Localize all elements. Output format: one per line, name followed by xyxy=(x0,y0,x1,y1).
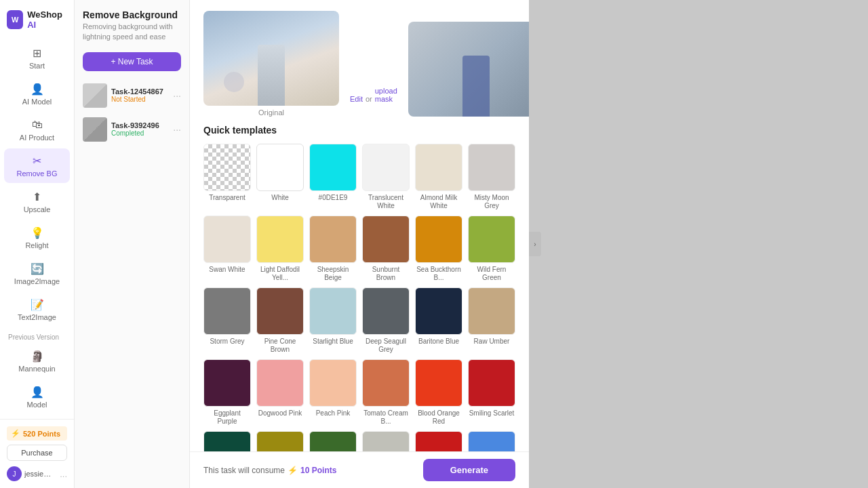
quick-templates-title: Quick templates xyxy=(203,125,515,136)
sidebar-item-label: Text2Image xyxy=(18,313,56,321)
template-item[interactable]: Wild Fern Green xyxy=(468,216,515,282)
template-item[interactable]: Light Daffodil Yell... xyxy=(256,216,304,282)
template-item[interactable]: Blue xyxy=(468,431,515,451)
task-status: Not Started xyxy=(111,96,169,103)
logo-area: W WeShop AI xyxy=(0,0,74,37)
template-item[interactable]: Swan White xyxy=(203,216,251,282)
sidebar-item-relight[interactable]: 💡 Relight xyxy=(4,220,70,255)
template-item[interactable]: ✏ Edit#0DE1E9 xyxy=(309,144,357,210)
task-item[interactable]: Task-9392496 Completed ··· xyxy=(80,113,184,146)
sidebar-item-label: Upscale xyxy=(24,205,51,214)
template-item[interactable]: Grey Color Studio xyxy=(362,431,410,451)
sidebar-item-label: AI Product xyxy=(20,134,54,142)
template-item[interactable]: Golden Palm xyxy=(256,431,304,451)
sidebar-item-label: Model xyxy=(27,401,47,409)
task-more-button[interactable]: ··· xyxy=(173,90,181,101)
sidebar-bottom: ⚡ 520 Points Purchase J jessie@we... ... xyxy=(0,419,74,488)
task-status: Completed xyxy=(111,129,169,137)
collapse-toggle[interactable]: › xyxy=(529,232,541,256)
template-item[interactable]: Storm Grey xyxy=(203,287,251,354)
template-name: Smiling Scarlet xyxy=(469,409,515,418)
template-item[interactable]: Smiling Scarlet xyxy=(468,359,515,426)
template-item[interactable]: White xyxy=(256,144,304,210)
task-item[interactable]: Task-12454867 Not Started ··· xyxy=(80,79,184,112)
template-item[interactable]: Starlight Blue xyxy=(309,287,357,354)
sidebar-item-mannequin[interactable]: 🗿 Mannequin xyxy=(4,344,70,378)
sidebar-item-remove-bg[interactable]: ✂ Remove BG xyxy=(4,148,70,183)
template-name: Sheepskin Beige xyxy=(309,266,357,282)
user-more-button[interactable]: ... xyxy=(60,469,67,479)
template-item[interactable]: Translucent White xyxy=(362,144,410,210)
original-label: Original xyxy=(258,108,284,117)
template-item[interactable]: Transparent xyxy=(203,144,251,210)
template-item[interactable]: Misty Moon Grey xyxy=(468,144,515,210)
template-swatch xyxy=(468,144,515,191)
template-item[interactable]: Sunburnt Brown xyxy=(362,216,410,282)
template-item[interactable]: Red xyxy=(415,431,462,451)
sidebar-item-model[interactable]: 👤 Model xyxy=(4,380,70,414)
template-swatch xyxy=(256,359,304,407)
purchase-button[interactable]: Purchase xyxy=(7,445,67,461)
template-swatch xyxy=(256,287,304,335)
task-name: Task-9392496 xyxy=(111,121,169,129)
template-swatch xyxy=(468,359,515,407)
template-item[interactable]: Rainforest Green xyxy=(203,431,251,451)
template-item[interactable]: Peach Pink xyxy=(309,359,357,426)
sidebar-item-start[interactable]: ⊞ Start xyxy=(4,41,70,75)
template-item[interactable]: Blood Orange Red xyxy=(415,359,462,426)
task-more-button[interactable]: ··· xyxy=(173,124,181,135)
model-icon: 👤 xyxy=(31,385,44,399)
template-item[interactable]: Eggplant Purple xyxy=(203,359,251,426)
template-item[interactable]: Deep Seagull Grey xyxy=(362,287,410,354)
upload-mask-link[interactable]: upload mask xyxy=(375,87,397,103)
new-task-button[interactable]: + New Task xyxy=(83,52,181,71)
chevron-right-icon: › xyxy=(534,241,536,248)
upscale-icon: ⬆ xyxy=(31,190,44,203)
template-name: Peach Pink xyxy=(316,409,351,418)
template-item[interactable]: Raw Umber xyxy=(468,287,515,354)
template-name: Eggplant Purple xyxy=(203,409,251,426)
sidebar-item-label: Relight xyxy=(25,241,48,249)
sidebar-item-label: Start xyxy=(29,62,45,70)
points-badge: ⚡ 520 Points xyxy=(7,426,67,441)
image2image-icon: 🔄 xyxy=(31,262,44,275)
sidebar-item-ai-product[interactable]: 🛍 AI Product xyxy=(4,113,70,147)
template-name: Storm Grey xyxy=(210,338,244,346)
template-item[interactable]: Baritone Blue xyxy=(415,287,462,354)
template-swatch xyxy=(362,144,410,191)
sidebar-item-image2image[interactable]: 🔄 Image2Image xyxy=(4,256,70,291)
template-item[interactable]: Dogwood Pink xyxy=(256,359,304,426)
template-swatch xyxy=(415,359,462,407)
avatar: J xyxy=(7,466,22,481)
sidebar-item-ai-model[interactable]: 👤 AI Model xyxy=(4,77,70,111)
template-name: Pine Cone Brown xyxy=(256,338,304,354)
template-name: #0DE1E9 xyxy=(319,194,348,202)
consume-points-value: 10 Points xyxy=(300,466,336,475)
edit-link[interactable]: Edit xyxy=(350,95,363,103)
template-swatch: ✏ Edit xyxy=(309,144,357,191)
template-swatch xyxy=(362,359,410,407)
sidebar-item-text2image[interactable]: 📝 Text2Image xyxy=(4,292,70,327)
template-item[interactable]: Pine Cone Brown xyxy=(256,287,304,354)
template-swatch xyxy=(203,144,251,191)
template-swatch xyxy=(309,359,357,407)
template-name: Dogwood Pink xyxy=(258,409,302,418)
template-swatch xyxy=(203,431,251,451)
mannequin-icon: 🗿 xyxy=(31,349,44,363)
sidebar-item-upscale[interactable]: ⬆ Upscale xyxy=(4,184,70,219)
template-swatch xyxy=(203,359,251,407)
template-item[interactable]: Sheepskin Beige xyxy=(309,216,357,282)
template-item[interactable]: Almond Milk White xyxy=(415,144,462,210)
template-name: Sea Buckthorn B... xyxy=(415,266,462,282)
generate-button[interactable]: Generate xyxy=(423,459,515,481)
template-name: Tomato Cream B... xyxy=(362,409,410,426)
main-content: Original Edit or upload mask Quick templ… xyxy=(190,0,529,451)
image-preview: Original Edit or upload mask xyxy=(203,11,515,117)
template-item[interactable]: Sea Buckthorn B... xyxy=(415,216,462,282)
text2image-icon: 📝 xyxy=(31,298,44,311)
template-swatch xyxy=(415,287,462,335)
template-swatch xyxy=(309,431,357,451)
template-item[interactable]: Tomato Cream B... xyxy=(362,359,410,426)
template-item[interactable]: Blackthorn Green xyxy=(309,431,357,451)
task-thumbnail xyxy=(83,83,107,108)
